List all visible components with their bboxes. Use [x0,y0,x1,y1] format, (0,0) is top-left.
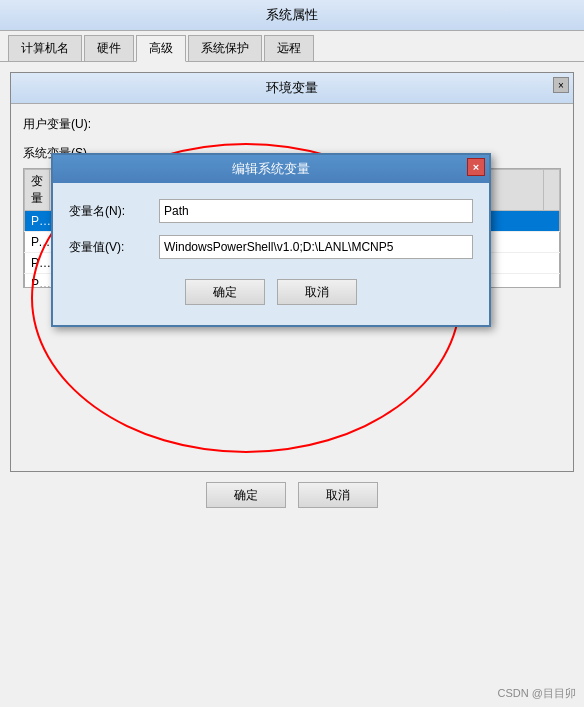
watermark: CSDN @目目卯 [498,686,576,701]
env-dialog: 环境变量 × 用户变量(U): 编辑系统变量 × 变量名(N): [10,72,574,472]
row-scroll-spacer [544,232,560,253]
tab-bar: 计算机名 硬件 高级 系统保护 远程 [0,31,584,62]
main-cancel-button[interactable]: 取消 [298,482,378,508]
env-close-button[interactable]: × [553,77,569,93]
edit-close-button[interactable]: × [467,158,485,176]
tab-system-protection[interactable]: 系统保护 [188,35,262,61]
scrollbar-placeholder [544,170,560,211]
value-label: 变量值(V): [69,239,159,256]
value-input[interactable] [159,235,473,259]
var-name-cell: Path [25,211,50,232]
tab-computer-name[interactable]: 计算机名 [8,35,82,61]
name-row: 变量名(N): [69,199,473,223]
var-name-cell: PROCESSOR_IDE... [25,274,50,289]
tab-remote[interactable]: 远程 [264,35,314,61]
edit-title-bar: 编辑系统变量 × [53,155,489,183]
main-bottom-buttons: 确定 取消 [10,472,574,518]
col-header-var: 变量 [25,170,50,211]
tab-advanced[interactable]: 高级 [136,35,186,62]
row-scroll-spacer [544,211,560,232]
tab-hardware[interactable]: 硬件 [84,35,134,61]
var-name-cell: PROCESSOR_AR... [25,253,50,274]
main-content: 环境变量 × 用户变量(U): 编辑系统变量 × 变量名(N): [0,62,584,707]
window-title: 系统属性 [266,7,318,22]
row-scroll-spacer [544,274,560,289]
value-row: 变量值(V): [69,235,473,259]
name-label: 变量名(N): [69,203,159,220]
name-input[interactable] [159,199,473,223]
edit-title-text: 编辑系统变量 [232,160,310,178]
edit-ok-button[interactable]: 确定 [185,279,265,305]
env-content: 用户变量(U): 编辑系统变量 × 变量名(N): [11,104,573,334]
var-name-cell: PATHEXT [25,232,50,253]
edit-cancel-button[interactable]: 取消 [277,279,357,305]
edit-dialog-buttons: 确定 取消 [69,271,473,309]
main-ok-button[interactable]: 确定 [206,482,286,508]
user-vars-label: 用户变量(U): [23,116,561,133]
env-dialog-title: 环境变量 × [11,73,573,104]
edit-body: 变量名(N): 变量值(V): 确定 取消 [53,183,489,325]
edit-dialog: 编辑系统变量 × 变量名(N): 变量值(V): 确定 [51,153,491,327]
env-title-text: 环境变量 [266,80,318,95]
window-title-bar: 系统属性 [0,0,584,31]
main-window: 系统属性 计算机名 硬件 高级 系统保护 远程 环境变量 × 用户变量(U): [0,0,584,707]
row-scroll-spacer [544,253,560,274]
